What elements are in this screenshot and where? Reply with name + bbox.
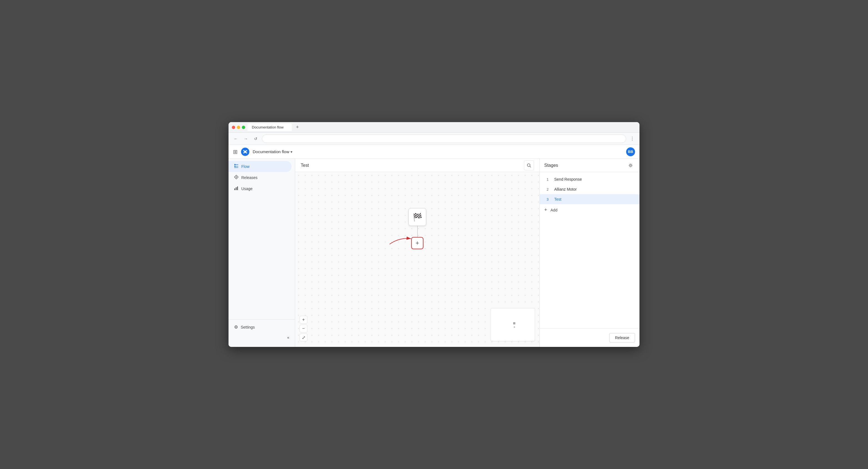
svg-point-4 (246, 153, 247, 154)
new-tab-button[interactable]: + (294, 124, 301, 131)
canvas-content[interactable]: 🏁 + (295, 172, 539, 347)
minimap (491, 308, 535, 341)
sidebar-item-usage[interactable]: Usage (228, 183, 291, 194)
svg-rect-12 (235, 189, 235, 190)
fit-view-button[interactable]: ⤢ (300, 334, 307, 341)
browser-toolbar: ← → ↺ ⋮ (228, 133, 640, 145)
canvas-title: Test (301, 163, 309, 168)
close-window-btn[interactable] (232, 126, 235, 129)
sidebar-usage-label: Usage (241, 187, 252, 191)
avatar: BB (626, 147, 635, 156)
sidebar-releases-label: Releases (241, 175, 257, 180)
browser-window: Documentation flow + ← → ↺ ⋮ ⊞ (228, 122, 640, 347)
stage-label-allianz-motor: Allianz Motor (554, 187, 577, 192)
sidebar-collapse-button[interactable]: « (228, 332, 295, 342)
stage-item-test[interactable]: 3 Test (540, 194, 640, 204)
flag-icon: 🏁 (413, 212, 422, 222)
stage-label-test: Test (554, 197, 561, 201)
add-stage-button[interactable]: + Add (540, 204, 640, 215)
stages-settings-button[interactable] (626, 161, 635, 170)
flag-node: 🏁 (408, 208, 426, 226)
svg-point-1 (243, 150, 244, 151)
sidebar-settings-label: Settings (241, 325, 255, 329)
stage-item-allianz-motor[interactable]: 2 Allianz Motor (540, 184, 640, 194)
flow-icon (234, 164, 239, 169)
stage-list: 1 Send Response 2 Allianz Motor 3 Test +… (540, 172, 640, 328)
minimize-window-btn[interactable] (237, 126, 240, 129)
svg-rect-7 (235, 167, 236, 168)
stage-label-send-response: Send Response (554, 177, 582, 181)
browser-titlebar: Documentation flow + (228, 122, 640, 133)
sidebar-bottom: ⚙ Settings « (228, 319, 295, 345)
stage-num-2: 2 (544, 187, 551, 192)
svg-point-11 (236, 176, 237, 178)
svg-rect-5 (235, 164, 236, 165)
arrow-annotation (388, 232, 413, 245)
svg-rect-14 (237, 187, 238, 190)
collapse-icon: « (287, 335, 289, 340)
panel-header: Stages (540, 159, 640, 172)
sidebar-item-releases[interactable]: Releases (228, 172, 291, 183)
zoom-out-button[interactable]: − (300, 325, 307, 332)
grid-icon[interactable]: ⊞ (233, 148, 238, 155)
sidebar-flow-label: Flow (241, 164, 250, 169)
svg-point-2 (246, 150, 247, 151)
settings-icon: ⚙ (234, 325, 238, 330)
tab-label: Documentation flow (252, 125, 283, 129)
svg-point-15 (527, 164, 530, 167)
window-controls (232, 126, 245, 129)
canvas-search-button[interactable] (524, 160, 534, 170)
chevron-down-icon: ▾ (290, 149, 292, 154)
canvas-header: Test (295, 159, 539, 172)
releases-icon (234, 175, 239, 180)
reload-button[interactable]: ↺ (252, 135, 259, 143)
browser-tab[interactable]: Documentation flow (247, 124, 292, 131)
app-container: ⊞ Documentation flow ▾ BB (228, 145, 640, 347)
stages-panel: Stages 1 Send Response 2 (539, 159, 640, 347)
app-name[interactable]: Documentation flow ▾ (253, 149, 292, 154)
back-button[interactable]: ← (232, 135, 240, 143)
app-logo (241, 148, 249, 156)
stage-num-1: 1 (544, 177, 551, 181)
add-stage-label: Add (551, 208, 558, 212)
stage-item-send-response[interactable]: 1 Send Response (540, 174, 640, 184)
sidebar-item-flow[interactable]: Flow (228, 161, 291, 172)
canvas-controls: + − ⤢ (300, 316, 307, 341)
minimap-node2 (514, 326, 515, 328)
release-button[interactable]: Release (609, 333, 635, 342)
usage-icon (234, 186, 239, 192)
add-stage-icon: + (544, 207, 547, 213)
add-node-button[interactable]: + (411, 237, 424, 249)
browser-menu-button[interactable]: ⋮ (628, 135, 636, 143)
sidebar: Flow Releases (228, 159, 295, 347)
svg-rect-6 (235, 166, 236, 167)
svg-rect-13 (236, 187, 237, 190)
svg-line-16 (530, 166, 531, 167)
maximize-window-btn[interactable] (242, 126, 245, 129)
minimap-node (513, 322, 515, 325)
panel-title: Stages (544, 163, 624, 168)
forward-button[interactable]: → (242, 135, 250, 143)
panel-footer: Release (540, 328, 640, 347)
stage-num-3: 3 (544, 197, 551, 201)
svg-point-18 (630, 165, 631, 166)
svg-point-3 (243, 153, 244, 154)
sidebar-item-settings[interactable]: ⚙ Settings (228, 322, 291, 332)
canvas-area: Test 🏁 (295, 159, 539, 347)
app-header: ⊞ Documentation flow ▾ BB (228, 145, 640, 159)
add-node-icon: + (416, 239, 419, 247)
main-layout: Flow Releases (228, 159, 640, 347)
zoom-in-button[interactable]: + (300, 316, 307, 324)
svg-point-0 (244, 151, 246, 153)
address-bar[interactable] (262, 135, 626, 143)
